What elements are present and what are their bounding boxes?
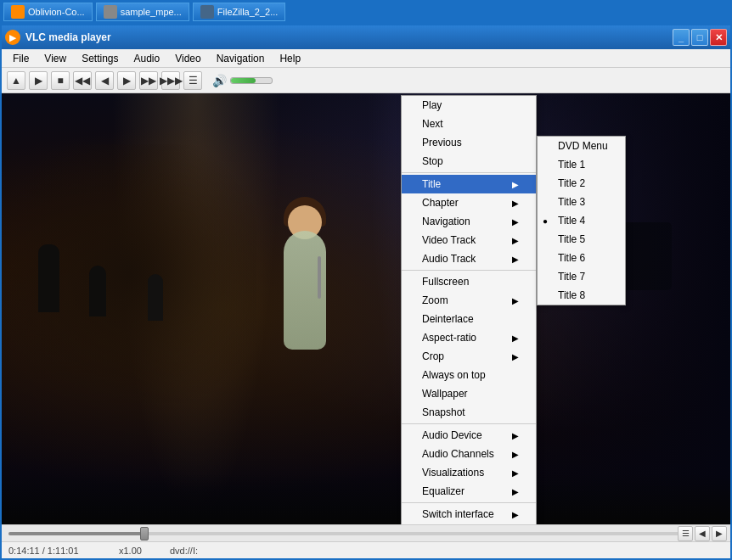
status-source: dvd://I:: [170, 546, 724, 556]
ctx-chapter[interactable]: Chapter ▶: [402, 193, 536, 212]
ctx-audio-channels[interactable]: Audio Channels ▶: [402, 445, 536, 463]
title-bar: ▶ VLC media player _ □ ✕: [2, 25, 730, 49]
status-speed: x1.00: [119, 546, 170, 556]
submenu-title-3-label: Title 3: [558, 196, 585, 208]
ctx-next-label: Next: [422, 118, 443, 130]
seek-fill: [8, 532, 144, 535]
ctx-next[interactable]: Next: [402, 115, 536, 133]
play-button[interactable]: ▶: [29, 71, 48, 90]
submenu-title-1[interactable]: Title 1: [538, 155, 625, 174]
ctx-snapshot[interactable]: Snapshot: [402, 403, 536, 422]
volume-control: 🔊: [212, 74, 273, 87]
status-bar: 0:14:11 / 1:11:01 x1.00 dvd://I:: [2, 541, 730, 558]
ctx-video-track-label: Video Track: [422, 234, 476, 246]
status-time: 0:14:11 / 1:11:01: [8, 546, 119, 556]
ctx-always-on-top-label: Always on top: [422, 369, 486, 381]
ctx-crop[interactable]: Crop ▶: [402, 347, 536, 366]
ctx-always-on-top[interactable]: Always on top: [402, 366, 536, 384]
taskbar-item-3[interactable]: FileZilla_2_2...: [193, 3, 286, 21]
video-area[interactable]: Play Next Previous Stop Title ▶ Chapter …: [2, 93, 730, 524]
ctx-aspect-ratio[interactable]: Aspect-ratio ▶: [402, 328, 536, 347]
ctx-wallpaper[interactable]: Wallpaper: [402, 384, 536, 403]
menu-navigation[interactable]: Navigation: [209, 50, 273, 67]
ctx-audio-device-label: Audio Device: [422, 429, 482, 441]
seek-area: ☰ ◀ ▶: [2, 524, 730, 541]
submenu-title-3[interactable]: Title 3: [538, 193, 625, 211]
ctx-audio-track[interactable]: Audio Track ▶: [402, 249, 536, 268]
ctx-add-interface[interactable]: Add Interface ▶: [402, 524, 536, 524]
next-frame-button[interactable]: ▶: [117, 71, 136, 90]
ctx-play[interactable]: Play: [402, 96, 536, 115]
submenu-title-6[interactable]: Title 6: [538, 249, 625, 267]
ctx-switch-interface-label: Switch interface: [422, 508, 494, 520]
prev-chapter-button[interactable]: ◀◀: [73, 71, 92, 90]
ctx-audio-device[interactable]: Audio Device ▶: [402, 426, 536, 445]
playlist-button[interactable]: ☰: [183, 71, 202, 90]
maximize-button[interactable]: □: [691, 29, 708, 46]
submenu-title-7[interactable]: Title 7: [538, 267, 625, 286]
ctx-fullscreen-label: Fullscreen: [422, 276, 469, 288]
ctx-crop-label: Crop: [422, 350, 444, 362]
ctx-video-track-arrow: ▶: [512, 236, 519, 245]
ctx-audio-channels-label: Audio Channels: [422, 448, 494, 460]
submenu-title-5-label: Title 5: [558, 233, 585, 245]
menu-audio[interactable]: Audio: [127, 50, 168, 67]
ctx-video-track[interactable]: Video Track ▶: [402, 231, 536, 249]
menu-bar: File View Settings Audio Video Navigatio…: [2, 49, 730, 68]
ctx-stop[interactable]: Stop: [402, 152, 536, 171]
submenu-dvd-menu[interactable]: DVD Menu: [538, 137, 625, 155]
window-title: VLC media player: [25, 31, 673, 43]
submenu-dvd-menu-label: DVD Menu: [558, 140, 608, 152]
minimize-button[interactable]: _: [673, 29, 690, 46]
ctx-visualizations-arrow: ▶: [512, 468, 519, 478]
ctx-sep-4: [402, 502, 536, 503]
skip-button[interactable]: ▶▶▶: [161, 71, 180, 90]
submenu-title-8[interactable]: Title 8: [538, 286, 625, 305]
menu-file[interactable]: File: [5, 50, 37, 67]
stop-button[interactable]: ■: [51, 71, 70, 90]
menu-video[interactable]: Video: [167, 50, 208, 67]
ctx-previous-label: Previous: [422, 137, 462, 148]
next-seek-button[interactable]: ▶: [712, 526, 727, 541]
taskbar-item-1[interactable]: Oblivion-Co...: [3, 3, 93, 21]
prev-frame-button[interactable]: ◀: [95, 71, 114, 90]
eject-button[interactable]: ▲: [7, 71, 25, 90]
context-menu: Play Next Previous Stop Title ▶ Chapter …: [401, 95, 537, 524]
ctx-deinterlace[interactable]: Deinterlace: [402, 310, 536, 328]
ctx-fullscreen[interactable]: Fullscreen: [402, 272, 536, 291]
prev-seek-button[interactable]: ◀: [695, 526, 710, 541]
submenu-title-4[interactable]: ● Title 4: [538, 211, 625, 230]
taskbar-label-3: FileZilla_2_2...: [217, 7, 279, 17]
ctx-navigation[interactable]: Navigation ▶: [402, 212, 536, 231]
submenu-title-4-bullet: ●: [543, 216, 548, 226]
volume-track[interactable]: [230, 77, 273, 84]
ctx-sep-3: [402, 423, 536, 424]
ctx-equalizer[interactable]: Equalizer ▶: [402, 482, 536, 501]
ctx-visualizations[interactable]: Visualizations ▶: [402, 463, 536, 482]
ctx-navigation-label: Navigation: [422, 216, 470, 227]
menu-view[interactable]: View: [37, 50, 74, 67]
ctx-switch-interface[interactable]: Switch interface ▶: [402, 505, 536, 524]
close-button[interactable]: ✕: [710, 29, 727, 46]
toolbar: ▲ ▶ ■ ◀◀ ◀ ▶ ▶▶ ▶▶▶ ☰ 🔊: [2, 68, 730, 93]
next-chapter-button[interactable]: ▶▶: [139, 71, 158, 90]
taskbar-item-2[interactable]: sample_mpe...: [96, 3, 189, 21]
ctx-previous[interactable]: Previous: [402, 133, 536, 152]
ctx-zoom[interactable]: Zoom ▶: [402, 291, 536, 310]
seek-track[interactable]: [8, 532, 688, 535]
menu-settings[interactable]: Settings: [74, 50, 126, 67]
window-controls: _ □ ✕: [673, 29, 727, 46]
taskbar-icon-1: [11, 5, 25, 19]
ctx-title[interactable]: Title ▶: [402, 175, 536, 193]
ctx-deinterlace-label: Deinterlace: [422, 313, 474, 325]
singer-figure: [271, 180, 339, 417]
ctx-sep-1: [402, 172, 536, 173]
ctx-crop-arrow: ▶: [512, 352, 519, 361]
playlist-toggle-button[interactable]: ☰: [678, 526, 693, 541]
menu-help[interactable]: Help: [272, 50, 308, 67]
ctx-chapter-arrow: ▶: [512, 199, 519, 208]
seek-thumb[interactable]: [140, 527, 149, 540]
submenu-title-2[interactable]: Title 2: [538, 174, 625, 193]
submenu-title: DVD Menu Title 1 Title 2 Title 3 ● Title…: [537, 136, 626, 305]
submenu-title-5[interactable]: Title 5: [538, 230, 625, 249]
